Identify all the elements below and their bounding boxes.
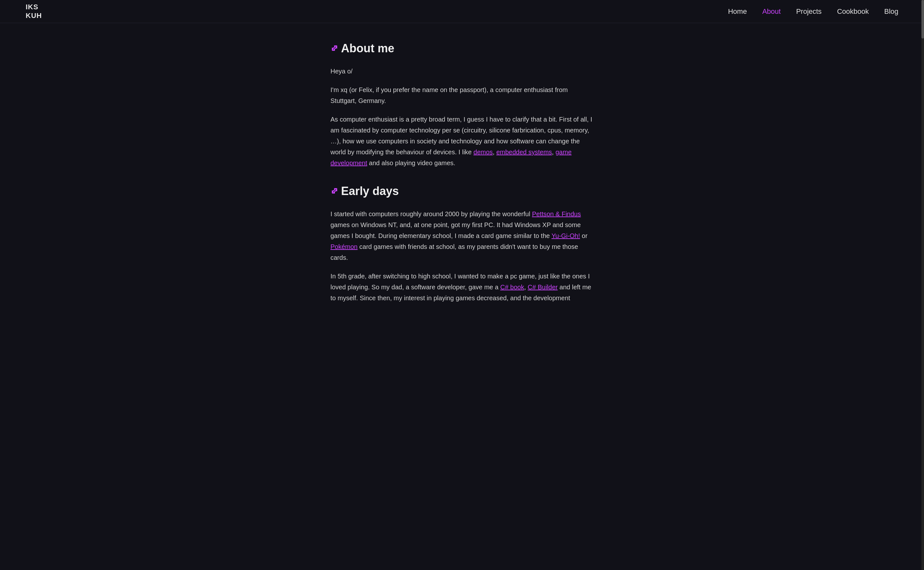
about-me-section: ⇔ About me Heya o/ I'm xq (or Felix, if … [331,38,593,169]
pettson-findus-link[interactable]: Pettson & Findus [532,210,581,218]
about-detail: As computer enthusiast is a pretty broad… [331,114,593,169]
nav-cookbook[interactable]: Cookbook [837,5,869,17]
nav-projects[interactable]: Projects [796,5,821,17]
link-icon: ⇔ [326,40,342,57]
main-nav: Home About Projects Cookbook Blog [728,5,898,17]
csharp-builder-link[interactable]: C# Builder [528,283,558,291]
site-logo[interactable]: IKS KUH [26,3,42,20]
logo-line1: IKS [26,3,42,11]
nav-blog[interactable]: Blog [884,5,898,17]
logo-line2: KUH [26,12,42,20]
early-days-heading: ⇔ Early days [331,181,593,201]
main-content: ⇔ About me Heya o/ I'm xq (or Felix, if … [318,23,606,342]
scrollbar-track[interactable] [921,0,924,342]
about-intro: I'm xq (or Felix, if you prefer the name… [331,84,593,106]
link-icon-2: ⇔ [326,183,342,199]
nav-about[interactable]: About [762,5,781,17]
early-days-para1: I started with computers roughly around … [331,208,593,263]
pokemon-link[interactable]: Pokémon [331,243,358,250]
scrollbar-thumb[interactable] [921,0,924,38]
csharp-book-link[interactable]: C# book [500,283,524,291]
about-me-heading: ⇔ About me [331,38,593,58]
demos-link[interactable]: demos [473,149,493,156]
site-header: IKS KUH Home About Projects Cookbook Blo… [0,0,924,23]
yu-gi-oh-link[interactable]: Yu-Gi-Oh! [552,232,580,239]
embedded-systems-link[interactable]: embedded systems [496,149,552,156]
early-days-section: ⇔ Early days I started with computers ro… [331,181,593,303]
early-days-para2: In 5th grade, after switching to high sc… [331,271,593,303]
about-greeting: Heya o/ [331,66,593,77]
nav-home[interactable]: Home [728,5,747,17]
